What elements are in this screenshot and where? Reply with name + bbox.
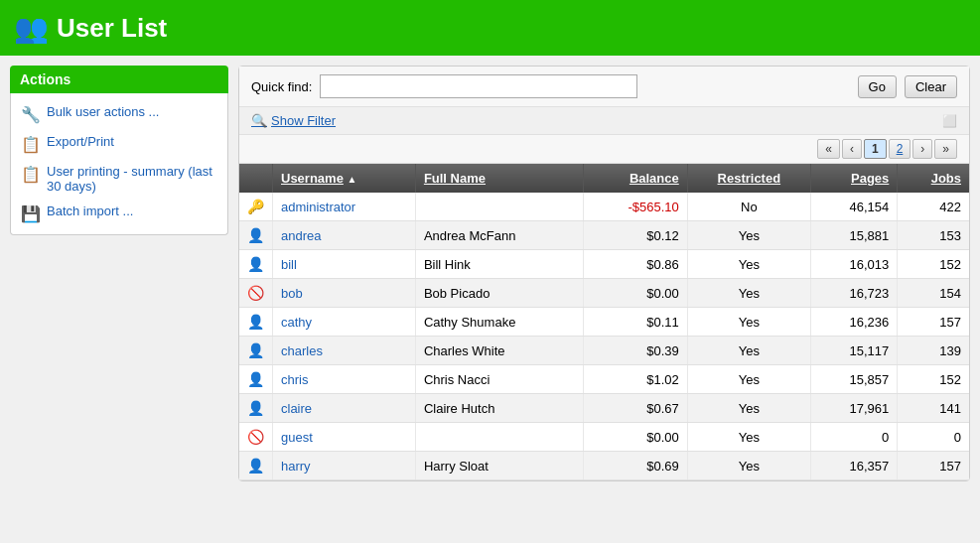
username-cell: harry (273, 452, 416, 480)
sidebar-link-user-printing-summary[interactable]: User printing - summary (last 30 days) (47, 164, 217, 194)
table-body: 🔑 administrator -$565.10 No 46,154 422 👤… (239, 193, 969, 480)
user-icon-cell: 👤 (239, 394, 273, 423)
page-2-link[interactable]: 2 (889, 139, 911, 159)
balance-cell: $0.00 (583, 279, 687, 308)
go-button[interactable]: Go (858, 75, 897, 98)
jobs-sort-link[interactable]: Jobs (931, 171, 961, 186)
jobs-cell: 157 (898, 308, 969, 337)
page-title: User List (57, 13, 167, 44)
page-header: 👥 User List (0, 0, 980, 56)
fullname-cell: Bob Picado (415, 279, 583, 308)
filter-icon: 🔍 (251, 113, 267, 128)
username-link[interactable]: cathy (281, 315, 312, 330)
username-link[interactable]: guest (281, 430, 313, 445)
first-page-button[interactable]: « (817, 139, 840, 159)
username-link[interactable]: chris (281, 372, 308, 387)
pages-cell: 16,357 (810, 452, 897, 480)
restricted-cell: Yes (687, 250, 810, 279)
user-icon-cell: 🔑 (239, 193, 273, 221)
prev-page-button[interactable]: ‹ (842, 139, 862, 159)
user-status-icon: 🚫 (247, 429, 264, 445)
username-link[interactable]: bob (281, 286, 303, 301)
pages-sort-link[interactable]: Pages (851, 171, 889, 186)
sidebar-icon-bulk-user-actions: 🔧 (21, 105, 41, 124)
show-filter-link[interactable]: 🔍 Show Filter (251, 113, 336, 128)
quick-find-bar: Quick find: Go Clear (239, 67, 969, 107)
pagination-bar: « ‹ 1 2 › » (239, 135, 969, 164)
username-cell: andrea (273, 221, 416, 250)
jobs-cell: 152 (898, 365, 969, 394)
pages-cell: 0 (810, 423, 897, 452)
balance-cell: $0.00 (583, 423, 687, 452)
username-cell: bill (273, 250, 416, 279)
sidebar-item-bulk-user-actions[interactable]: 🔧Bulk user actions ... (11, 99, 227, 129)
username-sort-arrow: ▲ (348, 174, 357, 185)
fullname-sort-link[interactable]: Full Name (424, 171, 486, 186)
user-status-icon: 👤 (247, 371, 264, 387)
last-page-button[interactable]: » (934, 139, 957, 159)
username-link[interactable]: bill (281, 257, 297, 272)
balance-sort-link[interactable]: Balance (630, 171, 679, 186)
balance-cell: $1.02 (583, 365, 687, 394)
restricted-cell: Yes (687, 308, 810, 337)
pages-cell: 15,117 (810, 337, 897, 365)
username-cell: bob (273, 279, 416, 308)
resize-icon[interactable]: ⬜ (942, 114, 957, 128)
main-layout: Actions 🔧Bulk user actions ...📋Export/Pr… (0, 56, 980, 491)
jobs-cell: 152 (898, 250, 969, 279)
fullname-cell (415, 193, 583, 221)
restricted-sort-link[interactable]: Restricted (718, 171, 781, 186)
col-username[interactable]: Username ▲ (273, 164, 416, 193)
col-jobs[interactable]: Jobs (898, 164, 969, 193)
sidebar-icon-batch-import: 💾 (21, 204, 41, 223)
pages-cell: 16,236 (810, 308, 897, 337)
sidebar-link-export-print[interactable]: Export/Print (47, 134, 114, 149)
show-filter-label: Show Filter (271, 113, 336, 128)
balance-cell: $0.67 (583, 394, 687, 423)
user-status-icon: 👤 (247, 227, 264, 243)
user-icon-cell: 👤 (239, 452, 273, 480)
username-cell: charles (273, 337, 416, 365)
quick-find-label: Quick find: (251, 79, 312, 94)
col-fullname[interactable]: Full Name (415, 164, 583, 193)
sidebar-item-batch-import[interactable]: 💾Batch import ... (11, 199, 227, 228)
pages-cell: 15,881 (810, 221, 897, 250)
restricted-cell: Yes (687, 221, 810, 250)
balance-cell: $0.69 (583, 452, 687, 480)
fullname-cell: Cathy Shumake (415, 308, 583, 337)
sidebar: Actions 🔧Bulk user actions ...📋Export/Pr… (10, 66, 228, 481)
sidebar-item-user-printing-summary[interactable]: 📋User printing - summary (last 30 days) (11, 159, 227, 199)
filter-bar: 🔍 Show Filter ⬜ (239, 107, 969, 135)
table-header-row: Username ▲ Full Name Balance Restricted … (239, 164, 969, 193)
sidebar-item-export-print[interactable]: 📋Export/Print (11, 129, 227, 159)
username-cell: claire (273, 394, 416, 423)
username-sort-link[interactable]: Username (281, 171, 344, 186)
restricted-cell: Yes (687, 423, 810, 452)
jobs-cell: 0 (898, 423, 969, 452)
pages-cell: 15,857 (810, 365, 897, 394)
jobs-cell: 422 (898, 193, 969, 221)
sidebar-link-bulk-user-actions[interactable]: Bulk user actions ... (47, 104, 159, 119)
username-link[interactable]: harry (281, 459, 311, 474)
col-balance[interactable]: Balance (583, 164, 687, 193)
table-row: 👤 claire Claire Hutch $0.67 Yes 17,961 1… (239, 394, 969, 423)
balance-cell: $0.11 (583, 308, 687, 337)
clear-button[interactable]: Clear (905, 75, 957, 98)
col-pages[interactable]: Pages (810, 164, 897, 193)
user-status-icon: 🔑 (247, 199, 264, 214)
sidebar-link-batch-import[interactable]: Batch import ... (47, 204, 133, 218)
user-icon-cell: 👤 (239, 308, 273, 337)
balance-cell: $0.39 (583, 337, 687, 365)
next-page-button[interactable]: › (912, 139, 932, 159)
sidebar-icon-user-printing-summary: 📋 (21, 165, 41, 184)
username-link[interactable]: administrator (281, 200, 355, 214)
quick-find-input[interactable] (320, 74, 637, 98)
fullname-cell: Bill Hink (415, 250, 583, 279)
username-link[interactable]: andrea (281, 228, 321, 243)
restricted-cell: Yes (687, 452, 810, 480)
user-status-icon: 👤 (247, 314, 264, 330)
balance-cell: -$565.10 (583, 193, 687, 221)
username-link[interactable]: charles (281, 343, 323, 358)
username-link[interactable]: claire (281, 401, 312, 416)
col-restricted[interactable]: Restricted (687, 164, 810, 193)
